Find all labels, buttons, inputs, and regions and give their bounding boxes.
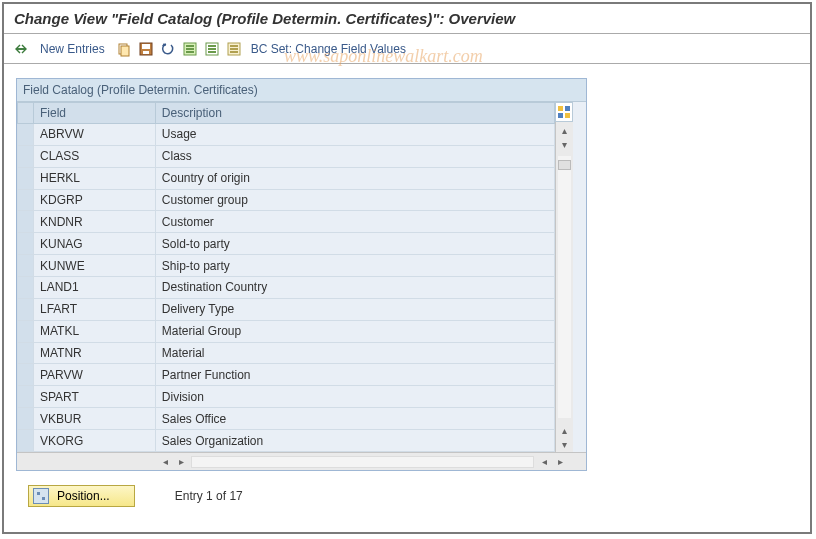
cell-description[interactable]: Usage xyxy=(155,124,554,146)
table-row[interactable]: ABRVWUsage xyxy=(18,124,555,146)
svg-rect-17 xyxy=(558,106,563,111)
row-selector[interactable] xyxy=(18,233,34,255)
row-selector[interactable] xyxy=(18,255,34,277)
panel-title: Field Catalog (Profile Determin. Certifi… xyxy=(17,79,586,102)
svg-rect-12 xyxy=(208,51,216,53)
svg-rect-14 xyxy=(230,45,238,47)
cell-description[interactable]: Destination Country xyxy=(155,277,554,299)
cell-description[interactable]: Delivery Type xyxy=(155,298,554,320)
table-row[interactable]: LFARTDelivery Type xyxy=(18,298,555,320)
toolbar: New Entries BC Set: Change Field Values xyxy=(4,34,810,64)
cell-description[interactable]: Country of origin xyxy=(155,167,554,189)
config-icon[interactable] xyxy=(225,40,243,58)
table-row[interactable]: PARVWPartner Function xyxy=(18,364,555,386)
cell-description[interactable]: Ship-to party xyxy=(155,255,554,277)
row-selector[interactable] xyxy=(18,145,34,167)
bc-set-button[interactable]: BC Set: Change Field Values xyxy=(247,42,410,56)
cell-description[interactable]: Material xyxy=(155,342,554,364)
scroll-right-icon[interactable]: ◂ xyxy=(536,456,552,467)
cell-field[interactable]: VKORG xyxy=(33,430,155,452)
cell-field[interactable]: KUNWE xyxy=(33,255,155,277)
row-selector[interactable] xyxy=(18,298,34,320)
table-row[interactable]: MATNRMaterial xyxy=(18,342,555,364)
cell-field[interactable]: MATNR xyxy=(33,342,155,364)
horizontal-scrollbar[interactable]: ◂ ▸ ◂ ▸ xyxy=(17,452,586,470)
cell-field[interactable]: PARVW xyxy=(33,364,155,386)
scroll-down-icon[interactable]: ▾ xyxy=(556,436,573,452)
table-row[interactable]: KUNAGSold-to party xyxy=(18,233,555,255)
svg-rect-20 xyxy=(565,113,570,118)
cell-description[interactable]: Customer group xyxy=(155,189,554,211)
page-title: Change View "Field Catalog (Profile Dete… xyxy=(4,4,810,34)
cell-field[interactable]: KUNAG xyxy=(33,233,155,255)
undo-icon[interactable] xyxy=(159,40,177,58)
svg-rect-11 xyxy=(208,48,216,50)
cell-description[interactable]: Sales Office xyxy=(155,408,554,430)
svg-rect-23 xyxy=(42,497,45,500)
svg-rect-22 xyxy=(37,492,40,495)
cell-field[interactable]: LAND1 xyxy=(33,277,155,299)
svg-rect-19 xyxy=(558,113,563,118)
cell-field[interactable]: VKBUR xyxy=(33,408,155,430)
row-selector[interactable] xyxy=(18,189,34,211)
cell-description[interactable]: Sales Organization xyxy=(155,430,554,452)
table-row[interactable]: CLASSClass xyxy=(18,145,555,167)
scroll-pageup-icon[interactable]: ▾ xyxy=(556,136,573,152)
cell-field[interactable]: CLASS xyxy=(33,145,155,167)
cell-description[interactable]: Sold-to party xyxy=(155,233,554,255)
scroll-left2-icon[interactable]: ▸ xyxy=(173,456,189,467)
row-selector[interactable] xyxy=(18,167,34,189)
row-selector[interactable] xyxy=(18,342,34,364)
cell-field[interactable]: MATKL xyxy=(33,320,155,342)
column-description-header[interactable]: Description xyxy=(155,103,554,124)
cell-field[interactable]: SPART xyxy=(33,386,155,408)
save-icon[interactable] xyxy=(137,40,155,58)
row-selector[interactable] xyxy=(18,320,34,342)
row-selector[interactable] xyxy=(18,124,34,146)
table-row[interactable]: KNDNRCustomer xyxy=(18,211,555,233)
row-selector-header[interactable] xyxy=(18,103,34,124)
table-row[interactable]: SPARTDivision xyxy=(18,386,555,408)
select-all-icon[interactable] xyxy=(181,40,199,58)
svg-rect-4 xyxy=(143,51,149,54)
svg-rect-18 xyxy=(565,106,570,111)
table-row[interactable]: VKORGSales Organization xyxy=(18,430,555,452)
cell-description[interactable]: Partner Function xyxy=(155,364,554,386)
layout-settings-icon[interactable] xyxy=(555,102,573,122)
vertical-scrollbar[interactable]: ▴ ▾ ▴ ▾ xyxy=(555,122,573,452)
row-selector[interactable] xyxy=(18,211,34,233)
table-row[interactable]: HERKLCountry of origin xyxy=(18,167,555,189)
scroll-right2-icon[interactable]: ▸ xyxy=(552,456,568,467)
table-row[interactable]: KUNWEShip-to party xyxy=(18,255,555,277)
svg-rect-3 xyxy=(142,44,150,49)
position-button[interactable]: Position... xyxy=(28,485,135,507)
column-field-header[interactable]: Field xyxy=(33,103,155,124)
cell-field[interactable]: LFART xyxy=(33,298,155,320)
toggle-icon[interactable] xyxy=(12,40,30,58)
cell-description[interactable]: Customer xyxy=(155,211,554,233)
table-row[interactable]: KDGRPCustomer group xyxy=(18,189,555,211)
copy-icon[interactable] xyxy=(115,40,133,58)
scroll-left-icon[interactable]: ◂ xyxy=(157,456,173,467)
cell-description[interactable]: Class xyxy=(155,145,554,167)
cell-field[interactable]: HERKL xyxy=(33,167,155,189)
cell-description[interactable]: Material Group xyxy=(155,320,554,342)
field-catalog-panel: Field Catalog (Profile Determin. Certifi… xyxy=(16,78,587,471)
svg-rect-10 xyxy=(208,45,216,47)
svg-rect-15 xyxy=(230,48,238,50)
table-row[interactable]: VKBURSales Office xyxy=(18,408,555,430)
svg-rect-1 xyxy=(121,46,129,56)
row-selector[interactable] xyxy=(18,277,34,299)
cell-field[interactable]: KNDNR xyxy=(33,211,155,233)
deselect-all-icon[interactable] xyxy=(203,40,221,58)
table-row[interactable]: MATKLMaterial Group xyxy=(18,320,555,342)
row-selector[interactable] xyxy=(18,408,34,430)
cell-description[interactable]: Division xyxy=(155,386,554,408)
row-selector[interactable] xyxy=(18,386,34,408)
new-entries-button[interactable]: New Entries xyxy=(34,42,111,56)
cell-field[interactable]: KDGRP xyxy=(33,189,155,211)
table-row[interactable]: LAND1Destination Country xyxy=(18,277,555,299)
cell-field[interactable]: ABRVW xyxy=(33,124,155,146)
row-selector[interactable] xyxy=(18,364,34,386)
row-selector[interactable] xyxy=(18,430,34,452)
